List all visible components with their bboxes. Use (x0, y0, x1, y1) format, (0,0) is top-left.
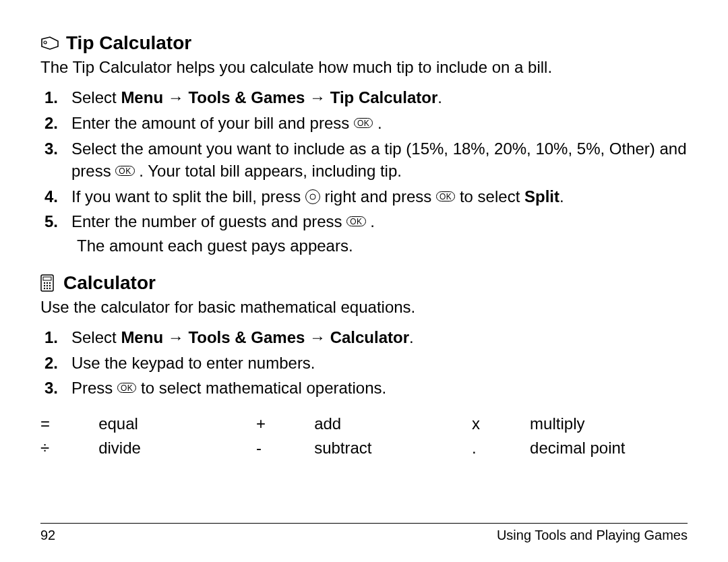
ok-key-icon: OK (436, 191, 455, 201)
svg-point-7 (47, 284, 48, 286)
operator-label: add (314, 412, 472, 436)
step-item: Press OK to select mathematical operatio… (66, 377, 688, 400)
svg-point-0 (44, 41, 47, 44)
table-row: =equal+addxmultiply (40, 412, 688, 436)
text-run: . (366, 212, 375, 230)
text-run: → (305, 328, 330, 346)
svg-point-11 (49, 287, 51, 288)
ok-key-icon: OK (354, 118, 373, 128)
operator-label: decimal point (530, 436, 688, 460)
text-run: . (559, 187, 564, 206)
svg-rect-2 (43, 277, 51, 280)
step-item: Select Menu → Tools & Games → Tip Calcul… (66, 86, 688, 109)
text-run: Split (524, 187, 559, 206)
text-run: → (163, 328, 188, 346)
text-run: Tools & Games (188, 88, 305, 106)
step-item: If you want to split the bill, press rig… (66, 185, 688, 208)
svg-point-8 (49, 284, 51, 286)
text-run: Menu (121, 88, 163, 106)
operator-label: multiply (530, 412, 688, 436)
text-run: right and press (320, 187, 436, 206)
table-row: ÷divide-subtract.decimal point (40, 436, 688, 460)
step-subtext: The amount each guest pays appears. (77, 235, 688, 257)
section-heading-tip-calculator: Tip Calculator (40, 32, 688, 54)
text-run: . Your total bill appears, including tip… (135, 162, 402, 180)
operator-label: subtract (314, 436, 472, 460)
ok-key-icon: OK (115, 166, 134, 176)
operator-symbol: - (256, 436, 314, 460)
text-run: . (373, 114, 382, 132)
text-run: Enter the number of guests and press (71, 212, 346, 230)
text-run: Menu (121, 328, 163, 346)
svg-point-4 (47, 282, 48, 283)
svg-point-3 (44, 282, 45, 283)
section-title: Calculator (63, 272, 156, 294)
operator-symbol: ÷ (40, 436, 98, 460)
operator-symbol: x (472, 412, 530, 436)
tag-icon (40, 36, 59, 50)
page-footer: 92 Using Tools and Playing Games (40, 523, 688, 543)
step-item: Enter the amount of your bill and press … (66, 112, 688, 135)
text-run: to select mathematical operations. (136, 379, 386, 397)
text-run: If you want to split the bill, press (71, 187, 305, 206)
step-item: Select the amount you want to include as… (66, 137, 688, 183)
text-run: Use the keypad to enter numbers. (71, 354, 315, 372)
text-run: . (409, 328, 414, 346)
text-run: Select (71, 328, 121, 346)
text-run: Press (71, 379, 117, 397)
operator-label: equal (98, 412, 256, 436)
section-intro: Use the calculator for basic mathematica… (40, 296, 688, 318)
svg-point-10 (47, 287, 48, 288)
text-run: . (437, 88, 442, 106)
page-number: 92 (40, 528, 55, 543)
chapter-title: Using Tools and Playing Games (497, 528, 688, 543)
page-content: Tip Calculator The Tip Calculator helps … (0, 0, 728, 480)
operator-label: divide (98, 436, 256, 460)
svg-point-6 (44, 284, 45, 286)
calculator-steps: Select Menu → Tools & Games → Calculator… (40, 326, 688, 400)
step-item: Use the keypad to enter numbers. (66, 352, 688, 375)
section-title: Tip Calculator (66, 32, 191, 54)
svg-point-9 (44, 287, 45, 288)
nav-key-icon (305, 189, 320, 204)
ok-key-icon: OK (117, 383, 136, 393)
text-run: Enter the amount of your bill and press (71, 114, 354, 132)
text-run: Tip Calculator (330, 88, 438, 106)
operator-symbol: + (256, 412, 314, 436)
operator-symbol: . (472, 436, 530, 460)
text-run: → (163, 88, 188, 106)
text-run: → (305, 88, 330, 106)
step-item: Select Menu → Tools & Games → Calculator… (66, 326, 688, 349)
section-heading-calculator: Calculator (40, 272, 688, 294)
ok-key-icon: OK (346, 216, 365, 226)
text-run: Tools & Games (188, 328, 305, 346)
section-intro: The Tip Calculator helps you calculate h… (40, 57, 688, 78)
text-run: to select (455, 187, 524, 206)
operations-table: =equal+addxmultiply÷divide-subtract.deci… (40, 412, 688, 460)
calculator-icon (40, 274, 54, 292)
operator-symbol: = (40, 412, 98, 436)
tip-calculator-steps: Select Menu → Tools & Games → Tip Calcul… (40, 86, 688, 257)
svg-point-5 (49, 282, 51, 283)
text-run: Calculator (330, 328, 409, 346)
text-run: Select (71, 88, 121, 106)
step-item: Enter the number of guests and press OK … (66, 210, 688, 257)
